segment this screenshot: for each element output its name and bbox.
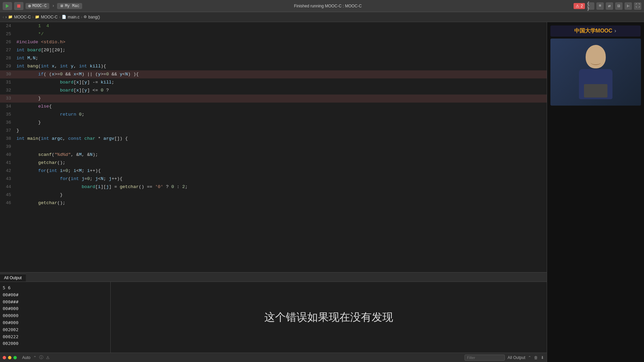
warning-icon[interactable]: ⚠ — [46, 355, 50, 360]
minimize-dot[interactable] — [8, 356, 11, 359]
output-line-4: 00#000 — [3, 305, 108, 312]
info-icon[interactable]: ⓘ — [39, 355, 43, 360]
person-head — [586, 45, 606, 68]
error-icon: ⚠ — [576, 4, 579, 8]
nav-arrows[interactable]: ‹ › — [3, 15, 7, 19]
sep2: › — [59, 15, 60, 19]
table-row: 44 board[i][j] = getchar() == '0' ? 0 : … — [0, 183, 547, 191]
line-number: 24 — [0, 22, 15, 30]
breadcrumb-item-root[interactable]: 📁 MOOC-C — [8, 15, 31, 19]
mooc-logo: 中国大学MOOC › — [550, 25, 641, 37]
download-icon[interactable]: ⬇ — [541, 355, 544, 360]
line-number: 39 — [0, 143, 15, 151]
line-number: 26 — [0, 38, 15, 46]
bottom-tabs: All Output — [0, 273, 547, 282]
table-row: 35 return 0; — [0, 111, 547, 119]
all-output-label[interactable]: All Output — [507, 355, 525, 360]
file-icon: 📄 — [62, 15, 66, 19]
code-view[interactable]: 24 1 4 25 */ 26 #include <stdio.h> 27 in… — [0, 22, 547, 272]
line-content: */ — [15, 30, 547, 38]
line-number: 29 — [0, 62, 15, 70]
device-label: MOOC-C — [32, 4, 47, 8]
line-content: getchar(); — [15, 199, 547, 207]
table-row: 43 for(int j=0; j<N; j++){ — [0, 175, 547, 183]
person-silhouette — [579, 45, 612, 99]
line-number: 35 — [0, 111, 15, 119]
breadcrumb-func: bang() — [88, 15, 100, 19]
nav-icon[interactable]: ⇄ — [606, 2, 613, 10]
line-content: int M,N; — [15, 54, 547, 62]
line-content: return 0; — [15, 111, 547, 119]
output-line-9: 002000 — [3, 340, 108, 347]
trash-icon[interactable]: 🗑 — [534, 355, 538, 360]
table-row: 27 int board[20][20]; — [0, 46, 547, 54]
table-row: 30 if( (x>=0 && x<M) || (y>=0 && y<N) ){ — [0, 70, 547, 78]
table-row: 31 board[x][y] -= kill; — [0, 78, 547, 86]
nav-forward[interactable]: › — [5, 15, 7, 19]
bottom-toolbar-left — [3, 356, 17, 359]
separator: › — [51, 4, 55, 8]
expand-dot[interactable] — [13, 356, 17, 359]
line-number: 42 — [0, 167, 15, 175]
chinese-subtitle: 这个错误如果现在没有发现 — [264, 310, 393, 325]
split-icon[interactable]: ⊡ — [615, 2, 623, 10]
fullscreen-icon[interactable]: ⛶ — [634, 2, 641, 10]
table-row: 24 1 4 — [0, 22, 547, 30]
line-content: scanf("%d%d", &M, &N); — [15, 151, 547, 159]
line-content: int board[20][20]; — [15, 46, 547, 54]
target-selector[interactable]: 🖥 My Mac — [57, 3, 82, 9]
table-row: 40 scanf("%d%d", &M, &N); — [0, 151, 547, 159]
line-number: 28 — [0, 54, 15, 62]
breadcrumb-item-file[interactable]: 📄 main.c — [62, 15, 79, 19]
error-badge[interactable]: ⚠ 2 — [574, 3, 585, 9]
line-number: 34 — [0, 103, 15, 111]
line-number: 25 — [0, 30, 15, 38]
device-selector[interactable]: MOOC-C — [25, 3, 49, 9]
table-row: 25 */ — [0, 30, 547, 38]
line-content: board[i][j] = getchar() == '0' ? 0 : 2; — [15, 183, 547, 191]
line-number: 31 — [0, 78, 15, 86]
list-icon[interactable]: ≡ — [596, 2, 604, 10]
brace-icon[interactable]: { } — [587, 2, 594, 10]
video-panel: 中国大学MOOC › — [547, 22, 644, 362]
output-line-2: 00#00# — [3, 292, 108, 299]
table-row: 42 for(int i=0; i<M; i++){ — [0, 167, 547, 175]
func-icon: ⚙ — [84, 15, 87, 19]
line-content: for(int i=0; i<M; i++){ — [15, 167, 547, 175]
filter-input[interactable] — [465, 355, 505, 361]
close-dot[interactable] — [3, 356, 6, 359]
status-right: All Output ⌃ 🗑 ⬇ — [465, 355, 544, 361]
line-number: 36 — [0, 119, 15, 127]
breadcrumb: ‹ › 📁 MOOC-C › 📁 MOOC-C › 📄 main.c › ⚙ b… — [0, 12, 644, 22]
person-laptop — [584, 84, 607, 98]
status-text: Finished running MOOC-C : MOOC-C — [84, 4, 572, 8]
line-content: #include <stdio.h> — [15, 38, 547, 46]
output-line-3: 000### — [3, 299, 108, 306]
line-content: if( (x>=0 && x<M) || (y>=0 && y<N) ){ — [15, 70, 547, 78]
auto-label: Auto — [19, 355, 31, 360]
tab-all-output[interactable]: All Output — [0, 274, 26, 282]
line-content: board[x][y] <= 0 ? — [15, 86, 547, 95]
line-number: 38 — [0, 135, 15, 143]
person-body — [579, 69, 612, 99]
line-content — [15, 143, 547, 151]
table-row: 32 board[x][y] <= 0 ? — [0, 86, 547, 95]
breadcrumb-item-func[interactable]: ⚙ bang() — [84, 15, 100, 19]
stop-button[interactable] — [14, 2, 23, 10]
output-text: 5 6 00#00# 000### 00#000 000000 00#000 0… — [3, 285, 108, 347]
line-content: 1 4 — [15, 22, 547, 30]
line-number: 41 — [0, 159, 15, 167]
sidebar-right-icon[interactable]: ⊢ — [625, 2, 632, 10]
table-row: 37 } — [0, 127, 547, 135]
line-content: int main(int argc, const char * argv[]) … — [15, 135, 547, 143]
line-content: else{ — [15, 103, 547, 111]
chevron-up-icon: ⌃ — [528, 355, 531, 360]
status-bar-bottom: Auto ⌃ ⓘ ⚠ All Output ⌃ 🗑 ⬇ — [0, 353, 547, 362]
run-button[interactable] — [3, 2, 12, 10]
line-content: } — [15, 191, 547, 199]
folder-icon-2: 📁 — [35, 15, 40, 19]
nav-back[interactable]: ‹ — [3, 15, 4, 19]
line-number: 43 — [0, 175, 15, 183]
line-number: 44 — [0, 183, 15, 191]
breadcrumb-item-mooc[interactable]: 📁 MOOC-C — [35, 15, 58, 19]
